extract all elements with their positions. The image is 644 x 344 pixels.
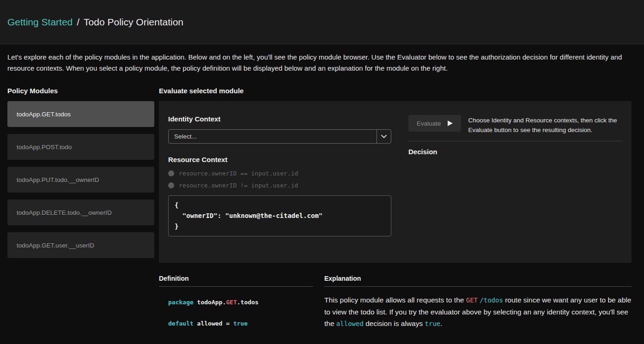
resource-context-option[interactable]: resource.ownerID != input.user.id (168, 182, 391, 189)
evaluator-output: Evaluate Choose Identity and Resource co… (408, 115, 622, 253)
policy-module-item[interactable]: todoApp.GET.user.__userID (7, 232, 154, 258)
evaluator-panel: Identity Context Select... Resource Cont… (159, 101, 632, 263)
code-token-keyword: true (233, 320, 248, 327)
definition-explanation-row: Definition package todoApp.GET.todosdefa… (159, 275, 632, 330)
resource-context-options: resource.ownerID == input.user.idresourc… (168, 170, 391, 189)
policy-module-label: todoApp.PUT.todo.__ownerID (17, 176, 99, 183)
code-line: package todoApp.GET.todos (168, 297, 313, 308)
resource-option-label: resource.ownerID == input.user.id (179, 170, 298, 177)
identity-context-heading: Identity Context (168, 115, 391, 123)
definition-column: Definition package todoApp.GET.todosdefa… (159, 275, 313, 330)
decision-divider (408, 141, 622, 141)
code-text: allowed = (194, 320, 233, 327)
evaluator-section: Evaluate selected module Identity Contex… (159, 87, 632, 330)
evaluate-module-heading: Evaluate selected module (159, 87, 632, 95)
code-text: todoApp. (194, 299, 226, 306)
resource-context-heading: Resource Context (168, 156, 391, 163)
radio-button-icon (168, 170, 174, 176)
inline-code: /todos (480, 296, 503, 304)
explanation-heading: Explanation (324, 275, 632, 282)
policy-module-label: todoApp.DELETE.todo.__ownerID (17, 209, 112, 216)
evaluator-inputs: Identity Context Select... Resource Cont… (168, 115, 391, 253)
page-heading: Getting Started/Todo Policy Orientation (7, 17, 183, 28)
code-token-keyword: package (168, 299, 194, 306)
decision-output (408, 156, 622, 211)
evaluate-button[interactable]: Evaluate (408, 115, 461, 132)
inline-code: allowed (336, 320, 364, 327)
page-title: Todo Policy Orientation (84, 17, 183, 27)
policy-module-label: todoApp.GET.user.__userID (17, 242, 94, 249)
policy-modules-sidebar: Policy Modules todoApp.GET.todostodoApp.… (7, 87, 154, 330)
breadcrumb-separator: / (77, 17, 79, 27)
resource-option-label: resource.ownerID != input.user.id (179, 182, 298, 189)
resource-context-option[interactable]: resource.ownerID == input.user.id (168, 170, 391, 177)
evaluate-button-label: Evaluate (417, 120, 441, 127)
evaluate-help-text: Choose Identity and Resource contexts, t… (468, 115, 622, 135)
policy-module-list: todoApp.GET.todostodoApp.POST.todotodoAp… (7, 101, 154, 258)
content-row: Policy Modules todoApp.GET.todostodoApp.… (7, 87, 632, 330)
explanation-column: Explanation This policy module allows al… (324, 275, 632, 330)
code-line (168, 308, 313, 318)
header: Getting Started/Todo Policy Orientation (0, 0, 644, 44)
explanation-rule (324, 286, 632, 287)
chevron-down-icon (377, 135, 391, 139)
policy-module-label: todoApp.POST.todo (17, 144, 72, 151)
radio-button-icon (168, 182, 174, 188)
code-token-method: GET (226, 299, 237, 306)
explanation-text-segment: decision is always (364, 320, 425, 327)
policy-modules-heading: Policy Modules (7, 87, 154, 95)
code-token-keyword: default (168, 320, 194, 327)
breadcrumb-link[interactable]: Getting Started (7, 17, 73, 27)
resource-json-editor[interactable]: { "ownerID": "unknown@the-citadel.com" } (168, 195, 391, 236)
play-icon (448, 121, 453, 126)
policy-module-label: todoApp.GET.todos (17, 111, 71, 118)
definition-heading: Definition (159, 275, 313, 282)
explanation-text-segment: This policy module allows all requests t… (324, 296, 466, 304)
policy-module-item[interactable]: todoApp.GET.todos (7, 101, 154, 127)
policy-module-item[interactable]: todoApp.PUT.todo.__ownerID (7, 167, 154, 193)
definition-rule (159, 286, 313, 287)
code-text: .todos (237, 299, 259, 306)
policy-module-item[interactable]: todoApp.POST.todo (7, 134, 154, 160)
main-content: Let's explore each of the policy modules… (0, 44, 644, 330)
code-line: default allowed = true (168, 318, 313, 329)
definition-code: package todoApp.GET.todosdefault allowed… (159, 297, 313, 329)
policy-module-item[interactable]: todoApp.DELETE.todo.__ownerID (7, 199, 154, 225)
evaluate-row: Evaluate Choose Identity and Resource co… (408, 115, 622, 135)
identity-select[interactable]: Select... (168, 129, 391, 144)
identity-select-value: Select... (174, 133, 377, 140)
decision-heading: Decision (408, 148, 622, 156)
inline-code: true (425, 320, 441, 327)
explanation-text: This policy module allows all requests t… (324, 294, 632, 330)
intro-text: Let's explore each of the policy modules… (7, 52, 632, 74)
inline-code: GET (466, 296, 478, 304)
explanation-text-segment: . (440, 320, 442, 327)
